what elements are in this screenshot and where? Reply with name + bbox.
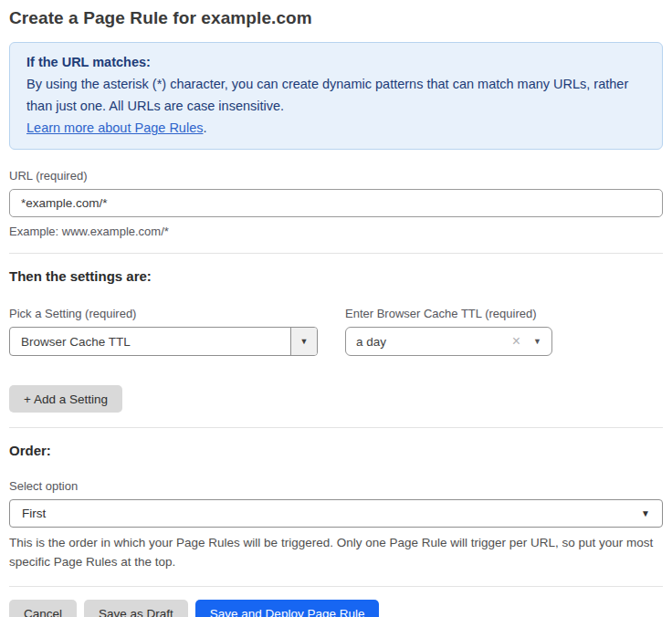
url-field-help: Example: www.example.com/* [9, 225, 663, 238]
order-select[interactable]: First ▼ [9, 499, 663, 528]
cancel-button[interactable]: Cancel [9, 600, 77, 617]
learn-more-link[interactable]: Learn more about Page Rules [26, 120, 203, 135]
order-select-label: Select option [9, 479, 663, 493]
ttl-picker-value: a day [356, 335, 512, 349]
setting-picker-value: Browser Cache TTL [10, 328, 290, 355]
dropdown-arrow-segment[interactable]: ▼ [290, 328, 317, 355]
order-select-value: First [22, 507, 641, 520]
ttl-picker-group: Enter Browser Cache TTL (required) a day… [345, 307, 552, 356]
settings-section-heading: Then the settings are: [9, 268, 663, 284]
info-box-link-line: Learn more about Page Rules. [26, 117, 646, 139]
order-section-heading: Order: [9, 443, 663, 458]
link-suffix: . [203, 120, 206, 135]
info-box-heading: If the URL matches: [26, 51, 646, 73]
clear-icon[interactable]: × [512, 334, 520, 349]
divider [9, 586, 663, 587]
form-actions: Cancel Save as Draft Save and Deploy Pag… [9, 600, 663, 617]
setting-picker-group: Pick a Setting (required) Browser Cache … [9, 307, 318, 356]
caret-down-icon: ▼ [641, 508, 650, 518]
order-help-text: This is the order in which your Page Rul… [9, 533, 663, 571]
page-rule-form: Create a Page Rule for example.com If th… [0, 0, 672, 617]
url-match-info-box: If the URL matches: By using the asteris… [9, 42, 663, 150]
url-input[interactable] [9, 189, 663, 217]
ttl-picker-dropdown[interactable]: a day × ▼ [345, 327, 552, 356]
settings-row: Pick a Setting (required) Browser Cache … [9, 307, 663, 356]
add-setting-button[interactable]: + Add a Setting [9, 385, 122, 413]
info-box-body: By using the asterisk (*) character, you… [26, 73, 646, 117]
caret-down-icon: ▼ [533, 337, 541, 346]
ttl-picker-label: Enter Browser Cache TTL (required) [345, 307, 552, 320]
caret-down-icon: ▼ [300, 337, 309, 346]
setting-picker-label: Pick a Setting (required) [9, 307, 318, 320]
setting-picker-dropdown[interactable]: Browser Cache TTL ▼ [9, 327, 318, 356]
url-field-label: URL (required) [9, 169, 663, 183]
divider [9, 253, 663, 254]
save-as-draft-button[interactable]: Save as Draft [84, 600, 188, 617]
divider [9, 427, 663, 428]
page-title: Create a Page Rule for example.com [9, 8, 663, 28]
save-and-deploy-button[interactable]: Save and Deploy Page Rule [195, 600, 380, 617]
